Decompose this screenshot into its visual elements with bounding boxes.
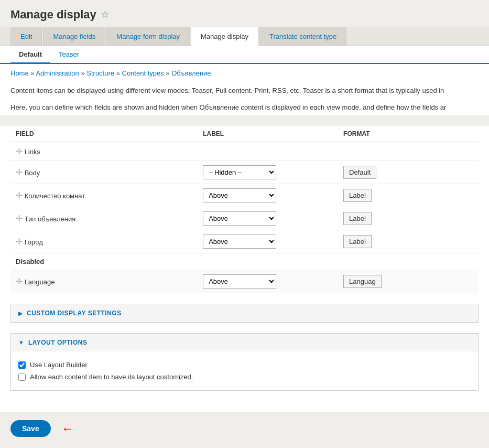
field-name-language: Language	[25, 278, 55, 286]
field-name-body: Body	[25, 169, 40, 177]
col-header-field: FIELD	[10, 126, 198, 142]
layout-options-header[interactable]: ▼ LAYOUT OPTIONS	[11, 334, 478, 351]
label-cell-gorod[interactable]: Above Inline Hidden	[198, 230, 338, 253]
allow-customized-checkbox[interactable]	[18, 374, 26, 381]
title-text: Manage display	[10, 8, 96, 22]
main-content: FIELD LABEL FORMAT ✛ Links ✛ Body	[0, 126, 489, 412]
custom-display-title: CUSTOM DISPLAY SETTINGS	[27, 310, 122, 317]
format-button-tip[interactable]: Label	[343, 212, 372, 225]
sub-tab-teaser[interactable]: Teaser	[50, 46, 88, 64]
description-1: Content items can be displayed using dif…	[0, 82, 489, 99]
allow-customized-label: Allow each content item to have its layo…	[30, 373, 193, 381]
use-layout-builder-row: Use Layout Builder	[18, 359, 471, 371]
label-cell-tip[interactable]: Above Inline Hidden	[198, 207, 338, 230]
format-cell-body[interactable]: Default	[338, 161, 479, 184]
table-row-disabled: ✛ Language Above Inline Hidden Languag	[10, 270, 479, 293]
field-name-kolichestvo: Количество комнат	[25, 192, 85, 200]
drag-handle-gorod[interactable]: ✛	[16, 237, 23, 246]
arrow-indicator: ←	[61, 421, 74, 436]
table-row: ✛ Тип объявления Above Inline Hidden Lab…	[10, 207, 479, 230]
sub-tab-default[interactable]: Default	[10, 46, 50, 64]
tab-manage-fields[interactable]: Manage fields	[43, 27, 105, 46]
label-select-language[interactable]: Above Inline Hidden	[203, 274, 276, 289]
layout-options-panel: ▼ LAYOUT OPTIONS Use Layout Builder Allo…	[10, 333, 479, 391]
label-select-tip[interactable]: Above Inline Hidden	[203, 211, 276, 226]
custom-display-settings-header[interactable]: ▶ CUSTOM DISPLAY SETTINGS	[11, 304, 478, 322]
field-table: FIELD LABEL FORMAT ✛ Links ✛ Body	[10, 126, 479, 293]
page-title: Manage display ☆	[10, 8, 479, 22]
table-row: ✛ Body – Hidden – Above Inline Hidden De…	[10, 161, 479, 184]
format-cell-links	[338, 142, 479, 161]
label-cell-links	[198, 142, 338, 161]
custom-display-settings-panel: ▶ CUSTOM DISPLAY SETTINGS	[10, 304, 479, 323]
col-header-label: LABEL	[198, 126, 338, 142]
layout-options-body: Use Layout Builder Allow each content it…	[11, 351, 478, 390]
col-header-format: FORMAT	[338, 126, 479, 142]
tab-translate-content-type[interactable]: Translate content type	[259, 27, 346, 46]
custom-display-arrow-icon: ▶	[18, 310, 23, 317]
format-cell-tip[interactable]: Label	[338, 207, 479, 230]
favorite-icon[interactable]: ☆	[101, 9, 109, 20]
field-name-links: Links	[25, 148, 40, 156]
description-2: Here, you can define which fields are sh…	[0, 99, 489, 116]
tab-manage-form-display[interactable]: Manage form display	[106, 27, 190, 46]
main-tabs: Edit Manage fields Manage form display M…	[0, 27, 489, 46]
tab-edit[interactable]: Edit	[10, 27, 42, 46]
format-cell-language[interactable]: Languag	[338, 270, 479, 293]
format-button-kolichestvo[interactable]: Label	[343, 189, 372, 202]
label-cell-language[interactable]: Above Inline Hidden	[198, 270, 338, 293]
drag-handle-tip[interactable]: ✛	[16, 214, 23, 223]
breadcrumb-administration[interactable]: Administration	[36, 69, 79, 77]
field-name-gorod: Город	[25, 238, 43, 246]
table-row: ✛ Links	[10, 142, 479, 161]
breadcrumb-structure[interactable]: Structure	[86, 69, 114, 77]
format-button-gorod[interactable]: Label	[343, 235, 372, 248]
format-button-body[interactable]: Default	[343, 166, 376, 179]
save-button[interactable]: Save	[10, 420, 51, 437]
format-button-language[interactable]: Languag	[343, 275, 382, 288]
label-cell-body[interactable]: – Hidden – Above Inline Hidden	[198, 161, 338, 184]
table-row: ✛ Город Above Inline Hidden Label	[10, 230, 479, 253]
disabled-label: Disabled	[16, 258, 44, 265]
breadcrumb-content-type[interactable]: Объявление	[171, 69, 211, 77]
layout-options-arrow-icon: ▼	[18, 339, 24, 346]
breadcrumb: Home » Administration » Structure » Cont…	[0, 64, 489, 82]
format-cell-gorod[interactable]: Label	[338, 230, 479, 253]
page-header: Manage display ☆	[0, 0, 489, 27]
drag-handle-links[interactable]: ✛	[16, 147, 23, 156]
label-select-body[interactable]: – Hidden – Above Inline Hidden	[203, 165, 276, 179]
label-select-gorod[interactable]: Above Inline Hidden	[203, 234, 276, 249]
breadcrumb-home[interactable]: Home	[10, 69, 29, 77]
field-name-tip: Тип объявления	[25, 215, 76, 223]
sub-tabs: Default Teaser	[0, 46, 489, 64]
label-cell-kolichestvo[interactable]: Above Inline Hidden	[198, 184, 338, 207]
drag-handle-kolichestvo[interactable]: ✛	[16, 191, 23, 200]
drag-handle-language[interactable]: ✛	[16, 277, 23, 286]
layout-options-title: LAYOUT OPTIONS	[28, 339, 88, 346]
breadcrumb-content-types[interactable]: Content types	[122, 69, 164, 77]
allow-customized-row: Allow each content item to have its layo…	[18, 371, 471, 383]
disabled-section-header: Disabled	[10, 253, 479, 270]
use-layout-builder-checkbox[interactable]	[18, 361, 26, 369]
table-row: ✛ Количество комнат Above Inline Hidden …	[10, 184, 479, 207]
drag-handle-body[interactable]: ✛	[16, 168, 23, 177]
use-layout-builder-label: Use Layout Builder	[30, 361, 88, 369]
label-select-kolichestvo[interactable]: Above Inline Hidden	[203, 188, 276, 202]
tab-manage-display[interactable]: Manage display	[191, 27, 258, 46]
bottom-actions: Save ←	[0, 412, 489, 445]
format-cell-kolichestvo[interactable]: Label	[338, 184, 479, 207]
